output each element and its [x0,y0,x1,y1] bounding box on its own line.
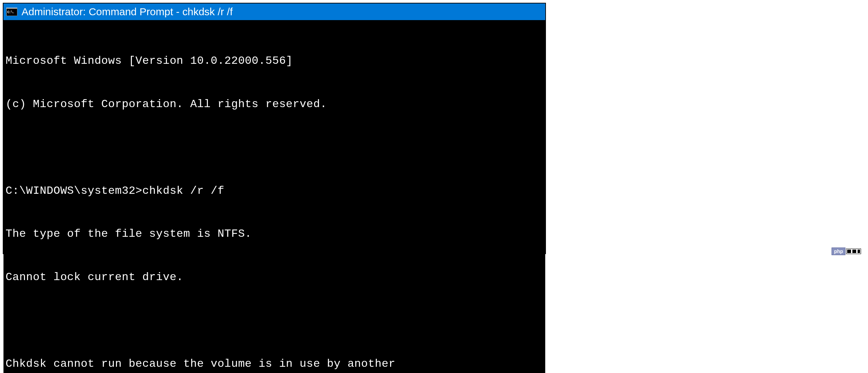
cmd-icon: C:\. [6,8,17,16]
terminal-output[interactable]: Microsoft Windows [Version 10.0.22000.55… [3,20,545,373]
terminal-line [6,140,543,155]
titlebar[interactable]: C:\. Administrator: Command Prompt - chk… [3,3,545,20]
terminal-line: Microsoft Windows [Version 10.0.22000.55… [6,54,543,68]
command-prompt-window: C:\. Administrator: Command Prompt - chk… [3,3,546,254]
terminal-line: Chkdsk cannot run because the volume is … [6,357,543,371]
watermark-cn-badge [846,249,861,254]
terminal-line: The type of the file system is NTFS. [6,227,543,241]
window-title: Administrator: Command Prompt - chkdsk /… [22,6,233,18]
terminal-line: C:\WINDOWS\system32>chkdsk /r /f [6,184,543,198]
watermark-php-badge: php [832,248,845,255]
terminal-line: Cannot lock current drive. [6,270,543,285]
terminal-line [6,313,543,328]
terminal-line: (c) Microsoft Corporation. All rights re… [6,97,543,112]
watermark: php [832,248,861,255]
